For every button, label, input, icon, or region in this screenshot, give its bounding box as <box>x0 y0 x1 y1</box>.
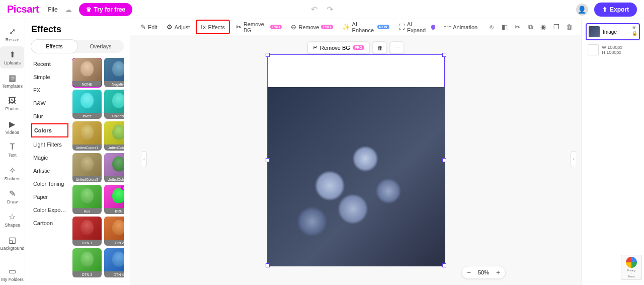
tab-effects[interactable]: Effects <box>31 40 77 53</box>
toolbar-edit[interactable]: ✎Edit <box>137 22 160 32</box>
file-menu[interactable]: File <box>48 6 57 13</box>
uploads-icon: ⬆ <box>9 50 16 59</box>
toolbar-icon-4[interactable]: ◉ <box>538 22 548 33</box>
toolbar-ai-expand[interactable]: ⛶AI Expand <box>395 20 438 35</box>
text-icon: T <box>10 142 15 152</box>
resize-handle-mr[interactable] <box>442 158 446 162</box>
effect-dtn-4[interactable]: DTN 4 <box>104 248 124 277</box>
effect-unitedcolors3[interactable]: UnitedColors3 <box>72 153 102 182</box>
resize-handle-ml[interactable] <box>266 158 270 162</box>
category-blur[interactable]: Blur <box>31 110 68 122</box>
recaptcha-badge: Privacy · Terms <box>621 255 642 280</box>
person-icon: 👤 <box>578 6 586 14</box>
effects-icon: fx <box>201 23 206 31</box>
stickers-icon: ✧ <box>9 166 16 175</box>
ai-expand-icon: ⛶ <box>398 23 405 31</box>
logo: Picsart <box>7 4 39 15</box>
toolbar-adjust[interactable]: ⚙Adjust <box>164 22 193 32</box>
rail-stickers[interactable]: ✧Stickers <box>0 162 24 184</box>
remove-bg-icon: ✂ <box>313 44 317 51</box>
toolbar-animation[interactable]: 〰Animation <box>441 22 480 32</box>
category-recent[interactable]: Recent <box>31 58 68 70</box>
redo-icon[interactable]: ↷ <box>327 5 333 14</box>
remove-bg-float-button[interactable]: ✂ Remove BG PRO <box>307 41 370 54</box>
visibility-icon[interactable]: 👁 <box>632 25 637 30</box>
zoom-control: − 50% + <box>461 266 506 279</box>
toolbar-icon-5[interactable]: ❐ <box>551 22 561 33</box>
toolbar-remove[interactable]: ⊖RemovePRO <box>288 22 336 32</box>
try-free-button[interactable]: ♛Try for free <box>79 3 133 16</box>
effect-unitedcolors2[interactable]: UnitedColors2 <box>104 121 124 151</box>
effects-panel: Effects EffectsOverlays RecentSimpleFXB&… <box>25 19 130 285</box>
resize-handle-bl[interactable] <box>266 263 270 267</box>
artboard[interactable] <box>267 54 445 266</box>
category-light-filters[interactable]: Light Filters <box>31 138 68 151</box>
rail-background[interactable]: ◱Background <box>0 232 24 254</box>
rail-resize[interactable]: ⤢Resize <box>0 23 24 45</box>
layer-image[interactable]: Image 👁 🔒 <box>586 23 640 40</box>
category-color-expos-[interactable]: Color Expos... <box>31 204 68 216</box>
effect-hue[interactable]: Hue <box>72 185 102 214</box>
toolbar-icon-2[interactable]: ✂ <box>513 22 523 33</box>
rail-templates[interactable]: ▦Templates <box>0 69 24 92</box>
toolbar-effects[interactable]: fxEffects <box>196 20 230 34</box>
zoom-in-button[interactable]: + <box>496 268 500 276</box>
resize-handle-br[interactable] <box>442 263 446 267</box>
undo-icon[interactable]: ↶ <box>311 5 317 14</box>
category-cartoon[interactable]: Cartoon <box>31 217 68 229</box>
effect-unitedcolors4[interactable]: UnitedColors4 <box>104 153 124 182</box>
export-button[interactable]: ⬆Export <box>594 3 637 17</box>
user-avatar[interactable]: 👤 <box>576 4 588 16</box>
category-paper[interactable]: Paper <box>31 191 68 203</box>
effect-colorize[interactable]: Colorize <box>104 90 124 119</box>
effect-negative[interactable]: Negative <box>104 58 124 87</box>
rail-my-folders[interactable]: ▭ My Folders <box>0 263 24 285</box>
resize-handle-tr[interactable] <box>442 53 446 57</box>
stage[interactable] <box>130 35 581 285</box>
category-b-w[interactable]: B&W <box>31 97 68 109</box>
effect-invert[interactable]: Invert <box>72 90 102 119</box>
export-icon: ⬆ <box>602 6 607 13</box>
resize-handle-tl[interactable] <box>266 53 270 57</box>
rail-draw[interactable]: ✎Draw <box>0 185 24 207</box>
cloud-sync-icon[interactable]: ☁ <box>65 6 72 14</box>
effect-none[interactable]: NONE <box>72 58 102 87</box>
category-magic[interactable]: Magic <box>31 152 68 164</box>
canvas-thumb <box>588 44 599 55</box>
category-simple[interactable]: Simple <box>31 71 68 83</box>
more-float-button[interactable]: ⋯ <box>390 41 404 54</box>
effect-dtn-2[interactable]: DTN 2 <box>104 217 124 246</box>
lock-icon[interactable]: 🔒 <box>632 31 637 36</box>
category-color-toning[interactable]: Color Toning <box>31 178 68 190</box>
delete-float-button[interactable]: 🗑 <box>373 41 387 54</box>
zoom-level: 50% <box>478 269 489 275</box>
category-colors[interactable]: Colors <box>31 123 68 137</box>
effect-brn[interactable]: BRNPLUS <box>104 185 124 214</box>
toolbar-ai-enhance[interactable]: ✨AI EnhanceNEW <box>339 20 392 35</box>
toolbar-remove-bg[interactable]: ✂Remove BGPRO <box>233 20 285 35</box>
effect-dtn-3[interactable]: DTN 3 <box>72 248 102 277</box>
category-fx[interactable]: FX <box>31 84 68 96</box>
toolbar-icon-6[interactable]: 🗑 <box>564 22 574 33</box>
canvas-area: ✎Edit⚙AdjustfxEffects✂Remove BGPRO⊖Remov… <box>130 19 581 285</box>
toolbar-icon-3[interactable]: ⧉ <box>525 22 535 33</box>
toolbar-icon-0[interactable]: ⎋ <box>487 22 497 33</box>
resize-icon: ⤢ <box>9 27 16 36</box>
rail-photos[interactable]: 🖼Photos <box>0 93 24 115</box>
effect-unitedcolors1[interactable]: UnitedColors1 <box>72 121 102 151</box>
canvas-image[interactable] <box>268 87 445 266</box>
collapse-panel-right[interactable]: › <box>571 151 576 167</box>
rail-shapes[interactable]: ☆Shapes <box>0 208 24 231</box>
rail-text[interactable]: TText <box>0 139 24 161</box>
collapse-panel-left[interactable]: ‹ <box>142 151 147 167</box>
category-artistic[interactable]: Artistic <box>31 165 68 177</box>
toolbar-icon-1[interactable]: ◧ <box>500 22 510 33</box>
badge: PRO <box>321 25 333 29</box>
animation-icon: 〰 <box>444 23 451 31</box>
effect-dtn-1[interactable]: DTN 1 <box>72 217 102 246</box>
zoom-out-button[interactable]: − <box>467 268 471 276</box>
rail-videos[interactable]: ▶Videos <box>0 116 24 138</box>
layers-panel: Image 👁 🔒 W 1080px H 1080px <box>581 19 644 285</box>
rail-uploads[interactable]: ⬆Uploads <box>0 46 24 68</box>
tab-overlays[interactable]: Overlays <box>77 40 124 53</box>
